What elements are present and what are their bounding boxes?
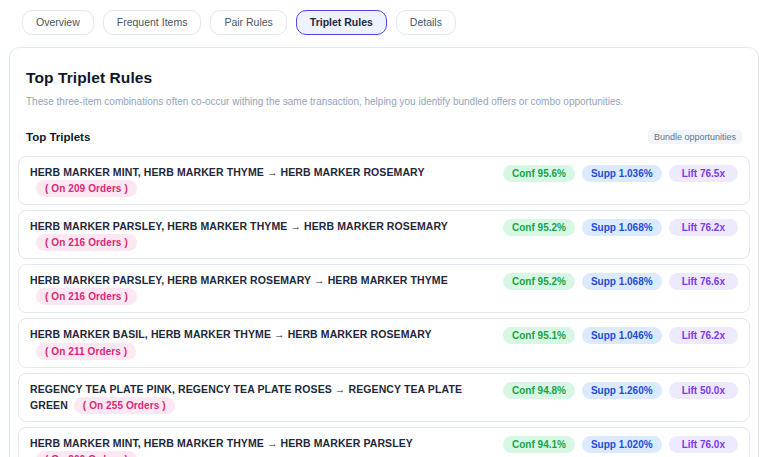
tab-frequent-items[interactable]: Frequent Items (103, 10, 202, 35)
bundle-opportunities-tag: Bundle opportunities (648, 130, 742, 144)
rule-cell: HERB MARKER PARSLEY, HERB MARKER ROSEMAR… (30, 272, 491, 305)
confidence-badge: Conf 94.1% (503, 436, 575, 453)
orders-badge: ( On 216 Orders ) (36, 234, 137, 251)
rule-cell: HERB MARKER MINT, HERB MARKER THYME → HE… (30, 435, 491, 457)
rule-text: HERB MARKER PARSLEY, HERB MARKER THYME →… (30, 220, 448, 232)
lift-badge: Lift 76.5x (669, 165, 738, 182)
tab-triplet-rules[interactable]: Triplet Rules (296, 10, 387, 35)
support-badge: Supp 1.068% (582, 273, 662, 290)
orders-badge: ( On 255 Orders ) (74, 397, 175, 414)
tab-bar: OverviewFrequent ItemsPair RulesTriplet … (0, 0, 768, 35)
triplet-rule-row[interactable]: HERB MARKER MINT, HERB MARKER THYME → HE… (18, 427, 750, 457)
lift-badge: Lift 76.0x (669, 436, 738, 453)
lift-badge: Lift 76.6x (669, 273, 738, 290)
rule-metrics: Conf 94.1% Supp 1.020% Lift 76.0x (503, 435, 738, 453)
orders-badge: ( On 216 Orders ) (36, 288, 137, 305)
rule-cell: HERB MARKER BASIL, HERB MARKER THYME → H… (30, 326, 491, 359)
rule-metrics: Conf 94.8% Supp 1.260% Lift 50.0x (503, 381, 738, 399)
section-header: Top Triplets Bundle opportunities (18, 130, 750, 144)
triplet-rule-row[interactable]: HERB MARKER MINT, HERB MARKER THYME → HE… (18, 156, 750, 205)
triplet-rule-row[interactable]: REGENCY TEA PLATE PINK, REGENCY TEA PLAT… (18, 373, 750, 422)
support-badge: Supp 1.036% (582, 165, 662, 182)
rule-metrics: Conf 95.1% Supp 1.046% Lift 76.2x (503, 326, 738, 344)
orders-badge: ( On 211 Orders ) (36, 343, 136, 360)
rule-text: HERB MARKER BASIL, HERB MARKER THYME → H… (30, 328, 432, 340)
triplet-rule-row[interactable]: HERB MARKER PARSLEY, HERB MARKER ROSEMAR… (18, 264, 750, 313)
rule-cell: HERB MARKER PARSLEY, HERB MARKER THYME →… (30, 218, 491, 251)
confidence-badge: Conf 95.2% (503, 219, 575, 236)
lift-badge: Lift 50.0x (669, 382, 738, 399)
orders-badge: ( On 206 Orders ) (36, 451, 137, 457)
tab-details[interactable]: Details (396, 10, 456, 35)
page-subtitle: These three-item combinations often co-o… (18, 96, 750, 107)
rule-cell: HERB MARKER MINT, HERB MARKER THYME → HE… (30, 164, 491, 197)
confidence-badge: Conf 95.6% (503, 165, 575, 182)
support-badge: Supp 1.068% (582, 219, 662, 236)
tab-pair-rules[interactable]: Pair Rules (210, 10, 286, 35)
confidence-badge: Conf 94.8% (503, 382, 575, 399)
triplet-rules-list: HERB MARKER MINT, HERB MARKER THYME → HE… (18, 156, 750, 457)
support-badge: Supp 1.020% (582, 436, 662, 453)
confidence-badge: Conf 95.1% (503, 327, 575, 344)
rule-text: HERB MARKER PARSLEY, HERB MARKER ROSEMAR… (30, 274, 448, 286)
orders-badge: ( On 209 Orders ) (36, 180, 137, 197)
rule-text: HERB MARKER MINT, HERB MARKER THYME → HE… (30, 166, 425, 178)
lift-badge: Lift 76.2x (669, 219, 738, 236)
rule-text: HERB MARKER MINT, HERB MARKER THYME → HE… (30, 437, 413, 449)
rule-metrics: Conf 95.6% Supp 1.036% Lift 76.5x (503, 164, 738, 182)
rule-metrics: Conf 95.2% Supp 1.068% Lift 76.2x (503, 218, 738, 236)
support-badge: Supp 1.260% (582, 382, 662, 399)
triplet-rule-row[interactable]: HERB MARKER PARSLEY, HERB MARKER THYME →… (18, 210, 750, 259)
lift-badge: Lift 76.2x (669, 327, 738, 344)
tab-overview[interactable]: Overview (22, 10, 94, 35)
triplet-rules-card: Top Triplet Rules These three-item combi… (9, 47, 759, 457)
page-title: Top Triplet Rules (18, 69, 750, 87)
rule-metrics: Conf 95.2% Supp 1.068% Lift 76.6x (503, 272, 738, 290)
triplet-rule-row[interactable]: HERB MARKER BASIL, HERB MARKER THYME → H… (18, 318, 750, 367)
rule-cell: REGENCY TEA PLATE PINK, REGENCY TEA PLAT… (30, 381, 491, 414)
support-badge: Supp 1.046% (582, 327, 662, 344)
section-heading: Top Triplets (26, 131, 90, 143)
confidence-badge: Conf 95.2% (503, 273, 575, 290)
